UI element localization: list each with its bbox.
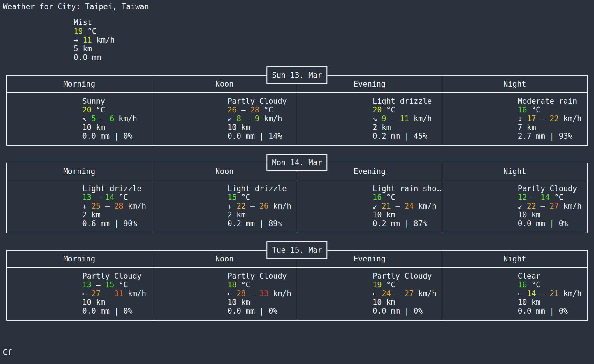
text-segment: 2 km bbox=[227, 210, 246, 219]
text-segment: 16 bbox=[518, 105, 527, 114]
text-line: ← 24 – 27 km/h bbox=[372, 289, 436, 298]
text-segment: 33 bbox=[259, 289, 268, 298]
forecast-cell-noon: Partly Cloudy18 °C← 28 – 33 km/h10 km0.0… bbox=[152, 268, 297, 320]
forecast-cell-night: Clear16 °C← 14 – 21 km/h10 km0.0 mm | 0% bbox=[442, 268, 587, 320]
forecast-details: Light rain sho…16 °C↙ 21 – 24 km/h10 km0… bbox=[372, 184, 441, 228]
footer: Cf bbox=[3, 330, 591, 364]
text-line: ↓ 17 – 22 km/h bbox=[518, 114, 581, 123]
text-segment: 0.6 mm | 90% bbox=[82, 219, 137, 228]
text-line: 0.0 mm | 0% bbox=[518, 219, 581, 228]
text-segment: Light drizzle bbox=[82, 184, 142, 193]
text-segment: °C bbox=[550, 193, 563, 202]
text-segment: 0.0 mm | 0% bbox=[82, 307, 132, 315]
text-segment: km/h bbox=[414, 202, 436, 210]
text-segment: – bbox=[246, 202, 259, 210]
text-segment: 17 bbox=[527, 114, 536, 123]
text-segment: 0.0 mm | 0% bbox=[518, 307, 568, 315]
page-title: Weather for City: Taipei, Taiwan bbox=[3, 2, 591, 11]
current-conditions: Mist19 °C→ 11 km/h5 km0.0 mm bbox=[3, 18, 591, 62]
text-segment: km/h bbox=[414, 289, 436, 298]
text-segment: °C bbox=[527, 105, 541, 114]
text-segment: Clear bbox=[518, 272, 540, 280]
text-line: 26 – 28 °C bbox=[227, 105, 287, 114]
text-line: 0.0 mm | 0% bbox=[82, 132, 137, 140]
text-segment: Partly Cloudy bbox=[372, 272, 432, 280]
day-label: Mon 14. Mar bbox=[266, 154, 327, 171]
text-segment: 14 bbox=[105, 193, 114, 202]
text-line: 20 °C bbox=[372, 105, 432, 114]
forecast-table: Morning Noon Evening Night Sunny20 °C↖ 5… bbox=[6, 75, 588, 146]
text-segment: 14 bbox=[527, 289, 536, 298]
text-segment: km/h bbox=[259, 114, 282, 123]
text-line: 0.0 mm bbox=[74, 53, 115, 62]
text-line: 10 km bbox=[227, 123, 287, 132]
text-line: Partly Cloudy bbox=[82, 272, 146, 280]
text-segment: ↙ bbox=[227, 114, 236, 123]
text-segment: 27 bbox=[550, 202, 559, 210]
text-segment: 19 bbox=[74, 27, 83, 36]
text-segment: 20 bbox=[372, 105, 382, 114]
text-segment: 28 bbox=[237, 289, 246, 298]
text-line: 10 km bbox=[82, 123, 137, 132]
text-segment: 14 bbox=[541, 193, 550, 202]
text-segment: 16 bbox=[372, 193, 382, 202]
text-segment: 12 bbox=[518, 193, 527, 202]
forecast-details: Light drizzle20 °C↘ 9 – 11 km/h2 km0.2 m… bbox=[372, 97, 432, 140]
forecast-row: Partly Cloudy13 – 15 °C← 27 – 31 km/h10 … bbox=[7, 268, 587, 320]
text-segment: Light rain sho… bbox=[372, 184, 441, 193]
text-segment: 8 bbox=[237, 114, 241, 123]
forecast-details: Partly Cloudy13 – 15 °C← 27 – 31 km/h10 … bbox=[82, 272, 146, 315]
text-segment: km/h bbox=[559, 114, 581, 123]
text-segment: km/h bbox=[123, 289, 146, 298]
text-segment: °C bbox=[237, 280, 250, 289]
text-segment: – bbox=[391, 202, 405, 210]
c[interactable]: C bbox=[3, 348, 8, 357]
forecast-table: Morning Noon Evening Night Partly Cloudy… bbox=[6, 250, 588, 321]
forecast-cell-evening: Light rain sho…16 °C↙ 21 – 24 km/h10 km0… bbox=[297, 180, 442, 233]
text-segment: °C bbox=[83, 27, 96, 36]
day-label: Sun 13. Mar bbox=[266, 66, 327, 84]
day-section-sun-13-mar: Sun 13. Mar Morning Noon Evening Night S… bbox=[6, 75, 588, 146]
text-line: ← 28 – 33 km/h bbox=[227, 289, 291, 298]
text-line: ↓ 22 – 26 km/h bbox=[227, 202, 291, 210]
text-line: Cf bbox=[3, 348, 591, 357]
text-line: 2.7 mm | 93% bbox=[518, 132, 581, 140]
text-segment: – bbox=[536, 202, 550, 210]
text-line: ↙ 8 – 9 km/h bbox=[227, 114, 287, 123]
text-segment: 27 bbox=[405, 289, 414, 298]
forecast-row: Sunny20 °C↖ 5 – 6 km/h10 km0.0 mm | 0% P… bbox=[7, 93, 587, 145]
day-section-tue-15-mar: Tue 15. Mar Morning Noon Evening Night P… bbox=[6, 250, 588, 321]
text-segment: 9 bbox=[382, 114, 386, 123]
text-segment: °C bbox=[382, 193, 396, 202]
current-details: Mist19 °C→ 11 km/h5 km0.0 mm bbox=[74, 18, 115, 62]
text-segment: 21 bbox=[382, 202, 391, 210]
text-line: 7 km bbox=[518, 123, 581, 132]
text-line: 16 °C bbox=[518, 280, 581, 289]
text-segment: – bbox=[96, 114, 110, 123]
text-segment: – bbox=[241, 114, 255, 123]
forecast-details: Partly Cloudy12 – 14 °C↙ 22 – 27 km/h10 … bbox=[518, 184, 581, 228]
text-line: 16 °C bbox=[372, 193, 441, 202]
text-segment: – bbox=[92, 280, 105, 289]
text-segment: – bbox=[246, 289, 259, 298]
text-segment: 13 bbox=[82, 280, 91, 289]
period-header-morning: Morning bbox=[7, 251, 152, 267]
text-segment: ↖ bbox=[82, 114, 91, 123]
text-segment: km/h bbox=[114, 114, 137, 123]
text-segment: 28 bbox=[250, 105, 259, 114]
text-segment: – bbox=[92, 193, 105, 202]
text-line: ← 27 – 31 km/h bbox=[82, 289, 146, 298]
text-segment: – bbox=[101, 202, 114, 210]
text-line: ↖ 5 – 6 km/h bbox=[82, 114, 137, 123]
text-line: 13 – 15 °C bbox=[82, 280, 146, 289]
text-segment: 10 km bbox=[372, 210, 395, 219]
text-segment: °C bbox=[237, 193, 250, 202]
text-line: 10 km bbox=[518, 298, 581, 307]
text-line: Moderate rain bbox=[518, 97, 581, 105]
text-line: Light rain sho… bbox=[372, 184, 441, 193]
text-line: ↙ 21 – 24 km/h bbox=[372, 202, 441, 210]
text-line: 10 km bbox=[227, 298, 291, 307]
text-segment: °C bbox=[114, 280, 128, 289]
text-segment: 24 bbox=[382, 289, 391, 298]
text-segment: 31 bbox=[114, 289, 123, 298]
